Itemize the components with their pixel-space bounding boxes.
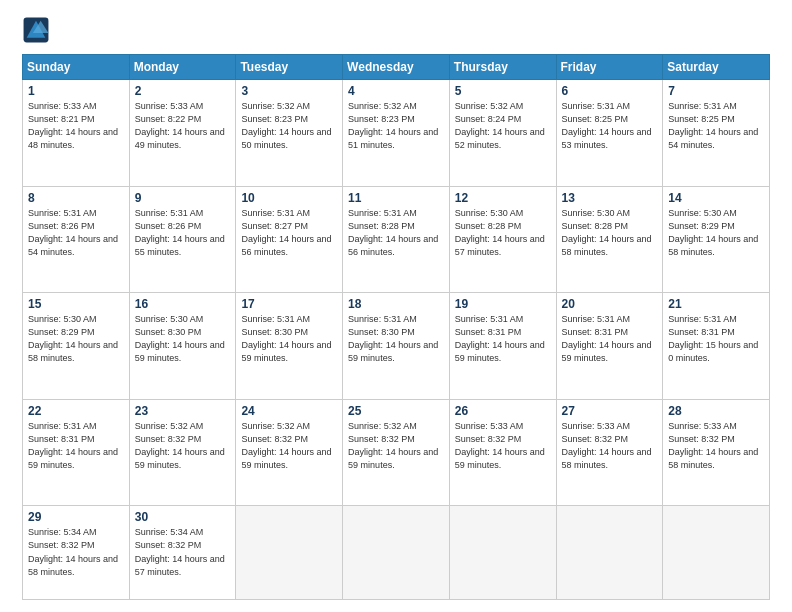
- day-info: Sunrise: 5:30 AM Sunset: 8:29 PM Dayligh…: [668, 207, 764, 259]
- day-info: Sunrise: 5:32 AM Sunset: 8:32 PM Dayligh…: [348, 420, 444, 472]
- calendar-cell: [343, 506, 450, 600]
- calendar-cell: 17 Sunrise: 5:31 AM Sunset: 8:30 PM Dayl…: [236, 293, 343, 400]
- day-info: Sunrise: 5:32 AM Sunset: 8:24 PM Dayligh…: [455, 100, 551, 152]
- calendar-cell: 27 Sunrise: 5:33 AM Sunset: 8:32 PM Dayl…: [556, 399, 663, 506]
- calendar-week-3: 15 Sunrise: 5:30 AM Sunset: 8:29 PM Dayl…: [23, 293, 770, 400]
- calendar-table: SundayMondayTuesdayWednesdayThursdayFrid…: [22, 54, 770, 600]
- day-info: Sunrise: 5:31 AM Sunset: 8:31 PM Dayligh…: [668, 313, 764, 365]
- day-number: 23: [135, 404, 231, 418]
- calendar-cell: 29 Sunrise: 5:34 AM Sunset: 8:32 PM Dayl…: [23, 506, 130, 600]
- day-number: 22: [28, 404, 124, 418]
- calendar-cell: 7 Sunrise: 5:31 AM Sunset: 8:25 PM Dayli…: [663, 80, 770, 187]
- calendar-cell: 3 Sunrise: 5:32 AM Sunset: 8:23 PM Dayli…: [236, 80, 343, 187]
- day-info: Sunrise: 5:30 AM Sunset: 8:28 PM Dayligh…: [562, 207, 658, 259]
- day-info: Sunrise: 5:31 AM Sunset: 8:31 PM Dayligh…: [28, 420, 124, 472]
- calendar-cell: [556, 506, 663, 600]
- day-info: Sunrise: 5:31 AM Sunset: 8:28 PM Dayligh…: [348, 207, 444, 259]
- calendar-cell: [663, 506, 770, 600]
- day-number: 11: [348, 191, 444, 205]
- calendar-cell: 23 Sunrise: 5:32 AM Sunset: 8:32 PM Dayl…: [129, 399, 236, 506]
- day-info: Sunrise: 5:30 AM Sunset: 8:29 PM Dayligh…: [28, 313, 124, 365]
- day-number: 18: [348, 297, 444, 311]
- calendar-cell: 2 Sunrise: 5:33 AM Sunset: 8:22 PM Dayli…: [129, 80, 236, 187]
- day-header-tuesday: Tuesday: [236, 55, 343, 80]
- calendar-cell: 8 Sunrise: 5:31 AM Sunset: 8:26 PM Dayli…: [23, 186, 130, 293]
- day-number: 9: [135, 191, 231, 205]
- day-header-saturday: Saturday: [663, 55, 770, 80]
- day-info: Sunrise: 5:31 AM Sunset: 8:25 PM Dayligh…: [562, 100, 658, 152]
- day-number: 20: [562, 297, 658, 311]
- calendar-cell: 25 Sunrise: 5:32 AM Sunset: 8:32 PM Dayl…: [343, 399, 450, 506]
- page: SundayMondayTuesdayWednesdayThursdayFrid…: [0, 0, 792, 612]
- calendar-week-4: 22 Sunrise: 5:31 AM Sunset: 8:31 PM Dayl…: [23, 399, 770, 506]
- day-number: 2: [135, 84, 231, 98]
- day-info: Sunrise: 5:32 AM Sunset: 8:23 PM Dayligh…: [348, 100, 444, 152]
- day-number: 26: [455, 404, 551, 418]
- day-info: Sunrise: 5:33 AM Sunset: 8:22 PM Dayligh…: [135, 100, 231, 152]
- calendar-cell: 9 Sunrise: 5:31 AM Sunset: 8:26 PM Dayli…: [129, 186, 236, 293]
- calendar-week-5: 29 Sunrise: 5:34 AM Sunset: 8:32 PM Dayl…: [23, 506, 770, 600]
- day-info: Sunrise: 5:31 AM Sunset: 8:26 PM Dayligh…: [28, 207, 124, 259]
- day-number: 1: [28, 84, 124, 98]
- day-info: Sunrise: 5:31 AM Sunset: 8:31 PM Dayligh…: [562, 313, 658, 365]
- calendar-cell: 21 Sunrise: 5:31 AM Sunset: 8:31 PM Dayl…: [663, 293, 770, 400]
- header-row: SundayMondayTuesdayWednesdayThursdayFrid…: [23, 55, 770, 80]
- calendar-body: 1 Sunrise: 5:33 AM Sunset: 8:21 PM Dayli…: [23, 80, 770, 600]
- day-info: Sunrise: 5:30 AM Sunset: 8:28 PM Dayligh…: [455, 207, 551, 259]
- day-number: 7: [668, 84, 764, 98]
- day-number: 12: [455, 191, 551, 205]
- day-number: 8: [28, 191, 124, 205]
- day-info: Sunrise: 5:31 AM Sunset: 8:30 PM Dayligh…: [241, 313, 337, 365]
- day-number: 28: [668, 404, 764, 418]
- day-number: 3: [241, 84, 337, 98]
- calendar-cell: 11 Sunrise: 5:31 AM Sunset: 8:28 PM Dayl…: [343, 186, 450, 293]
- day-info: Sunrise: 5:31 AM Sunset: 8:26 PM Dayligh…: [135, 207, 231, 259]
- header: [22, 18, 770, 44]
- day-number: 21: [668, 297, 764, 311]
- day-number: 25: [348, 404, 444, 418]
- day-number: 10: [241, 191, 337, 205]
- day-info: Sunrise: 5:32 AM Sunset: 8:23 PM Dayligh…: [241, 100, 337, 152]
- day-number: 29: [28, 510, 124, 524]
- day-info: Sunrise: 5:34 AM Sunset: 8:32 PM Dayligh…: [28, 526, 124, 578]
- logo: [22, 18, 52, 44]
- day-info: Sunrise: 5:33 AM Sunset: 8:32 PM Dayligh…: [455, 420, 551, 472]
- calendar-cell: 18 Sunrise: 5:31 AM Sunset: 8:30 PM Dayl…: [343, 293, 450, 400]
- calendar-cell: 1 Sunrise: 5:33 AM Sunset: 8:21 PM Dayli…: [23, 80, 130, 187]
- day-header-sunday: Sunday: [23, 55, 130, 80]
- day-number: 15: [28, 297, 124, 311]
- calendar-cell: 22 Sunrise: 5:31 AM Sunset: 8:31 PM Dayl…: [23, 399, 130, 506]
- calendar-header: SundayMondayTuesdayWednesdayThursdayFrid…: [23, 55, 770, 80]
- day-info: Sunrise: 5:31 AM Sunset: 8:31 PM Dayligh…: [455, 313, 551, 365]
- calendar-week-2: 8 Sunrise: 5:31 AM Sunset: 8:26 PM Dayli…: [23, 186, 770, 293]
- calendar-cell: 10 Sunrise: 5:31 AM Sunset: 8:27 PM Dayl…: [236, 186, 343, 293]
- day-info: Sunrise: 5:31 AM Sunset: 8:25 PM Dayligh…: [668, 100, 764, 152]
- day-number: 4: [348, 84, 444, 98]
- day-number: 13: [562, 191, 658, 205]
- calendar-cell: 20 Sunrise: 5:31 AM Sunset: 8:31 PM Dayl…: [556, 293, 663, 400]
- day-number: 19: [455, 297, 551, 311]
- day-info: Sunrise: 5:31 AM Sunset: 8:30 PM Dayligh…: [348, 313, 444, 365]
- day-number: 17: [241, 297, 337, 311]
- day-info: Sunrise: 5:32 AM Sunset: 8:32 PM Dayligh…: [241, 420, 337, 472]
- day-number: 14: [668, 191, 764, 205]
- day-header-thursday: Thursday: [449, 55, 556, 80]
- calendar-cell: 4 Sunrise: 5:32 AM Sunset: 8:23 PM Dayli…: [343, 80, 450, 187]
- day-header-friday: Friday: [556, 55, 663, 80]
- day-info: Sunrise: 5:33 AM Sunset: 8:32 PM Dayligh…: [668, 420, 764, 472]
- calendar-cell: 19 Sunrise: 5:31 AM Sunset: 8:31 PM Dayl…: [449, 293, 556, 400]
- day-info: Sunrise: 5:34 AM Sunset: 8:32 PM Dayligh…: [135, 526, 231, 578]
- day-header-monday: Monday: [129, 55, 236, 80]
- calendar-cell: 24 Sunrise: 5:32 AM Sunset: 8:32 PM Dayl…: [236, 399, 343, 506]
- day-number: 6: [562, 84, 658, 98]
- day-info: Sunrise: 5:31 AM Sunset: 8:27 PM Dayligh…: [241, 207, 337, 259]
- logo-icon: [22, 16, 50, 44]
- day-number: 5: [455, 84, 551, 98]
- day-header-wednesday: Wednesday: [343, 55, 450, 80]
- day-number: 24: [241, 404, 337, 418]
- calendar-week-1: 1 Sunrise: 5:33 AM Sunset: 8:21 PM Dayli…: [23, 80, 770, 187]
- day-info: Sunrise: 5:33 AM Sunset: 8:32 PM Dayligh…: [562, 420, 658, 472]
- calendar-cell: [236, 506, 343, 600]
- calendar-cell: 13 Sunrise: 5:30 AM Sunset: 8:28 PM Dayl…: [556, 186, 663, 293]
- calendar-cell: 30 Sunrise: 5:34 AM Sunset: 8:32 PM Dayl…: [129, 506, 236, 600]
